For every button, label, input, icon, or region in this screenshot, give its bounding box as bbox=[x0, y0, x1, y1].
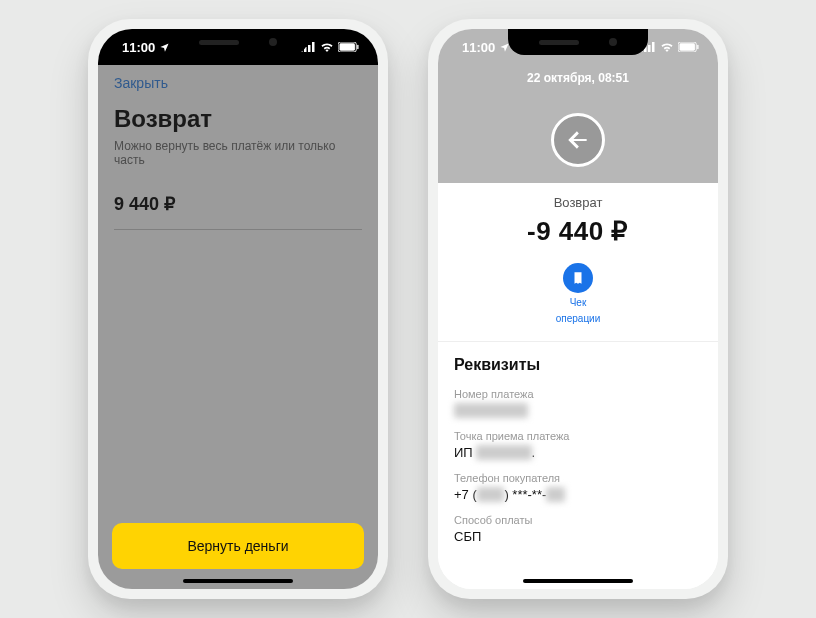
receipt-text-line2: операции bbox=[556, 313, 601, 325]
details-section: Реквизиты Номер платежа ████████ Точка п… bbox=[438, 342, 718, 589]
method-label: Способ оплаты bbox=[454, 514, 702, 526]
point-value: ИП ██████. bbox=[454, 445, 702, 460]
svg-rect-2 bbox=[308, 45, 311, 52]
method-value: СБП bbox=[454, 529, 702, 544]
phone-value: +7 (███) ***-**-██ bbox=[454, 487, 702, 502]
page-title: Возврат bbox=[114, 105, 362, 133]
refund-amount-input[interactable]: 9 440 ₽ bbox=[114, 193, 362, 230]
row-payment-number: Номер платежа ████████ bbox=[454, 388, 702, 418]
point-label: Точка приема платежа bbox=[454, 430, 702, 442]
page-subtitle: Можно вернуть весь платёж или только час… bbox=[114, 139, 362, 167]
payment-number-label: Номер платежа bbox=[454, 388, 702, 400]
operation-hero: 22 октября, 08:51 bbox=[438, 65, 718, 183]
details-title: Реквизиты bbox=[454, 356, 702, 374]
battery-icon bbox=[338, 42, 360, 52]
refund-arrow-icon bbox=[551, 113, 605, 167]
row-point: Точка приема платежа ИП ██████. bbox=[454, 430, 702, 460]
operation-amount: -9 440 ₽ bbox=[454, 216, 702, 247]
phone-label: Телефон покупателя bbox=[454, 472, 702, 484]
close-link[interactable]: Закрыть bbox=[114, 75, 362, 91]
receipt-button[interactable]: Чек операции bbox=[454, 263, 702, 325]
row-method: Способ оплаты СБП bbox=[454, 514, 702, 544]
svg-rect-6 bbox=[357, 45, 358, 50]
wifi-icon bbox=[320, 42, 334, 52]
svg-rect-9 bbox=[648, 45, 651, 52]
home-indicator[interactable] bbox=[183, 579, 293, 583]
wifi-icon bbox=[660, 42, 674, 52]
svg-rect-3 bbox=[312, 42, 315, 52]
status-time: 11:00 bbox=[122, 40, 155, 55]
svg-rect-10 bbox=[652, 42, 655, 52]
receipt-text-line1: Чек bbox=[570, 297, 587, 309]
row-phone: Телефон покупателя +7 (███) ***-**-██ bbox=[454, 472, 702, 502]
status-time: 11:00 bbox=[462, 40, 495, 55]
svg-rect-13 bbox=[697, 45, 698, 50]
operation-label: Возврат bbox=[454, 195, 702, 210]
battery-icon bbox=[678, 42, 700, 52]
home-indicator[interactable] bbox=[523, 579, 633, 583]
screen-refund-request: 11:00 Закрыть Возврат Можно вернуть bbox=[98, 29, 378, 589]
notch bbox=[508, 29, 648, 55]
refund-button[interactable]: Вернуть деньги bbox=[112, 523, 364, 569]
notch bbox=[168, 29, 308, 55]
operation-date: 22 октября, 08:51 bbox=[438, 71, 718, 85]
operation-card: Возврат -9 440 ₽ Чек операции bbox=[438, 161, 718, 342]
payment-number-value: ████████ bbox=[454, 403, 702, 418]
screen-refund-details: 11:00 22 октября, 08:51 bbox=[438, 29, 718, 589]
refund-body: Закрыть Возврат Можно вернуть весь платё… bbox=[98, 65, 378, 589]
svg-rect-5 bbox=[339, 43, 354, 50]
svg-rect-12 bbox=[679, 43, 694, 50]
receipt-icon bbox=[563, 263, 593, 293]
phone-mockup-right: 11:00 22 октября, 08:51 bbox=[428, 19, 728, 599]
phone-mockup-left: 11:00 Закрыть Возврат Можно вернуть bbox=[88, 19, 388, 599]
